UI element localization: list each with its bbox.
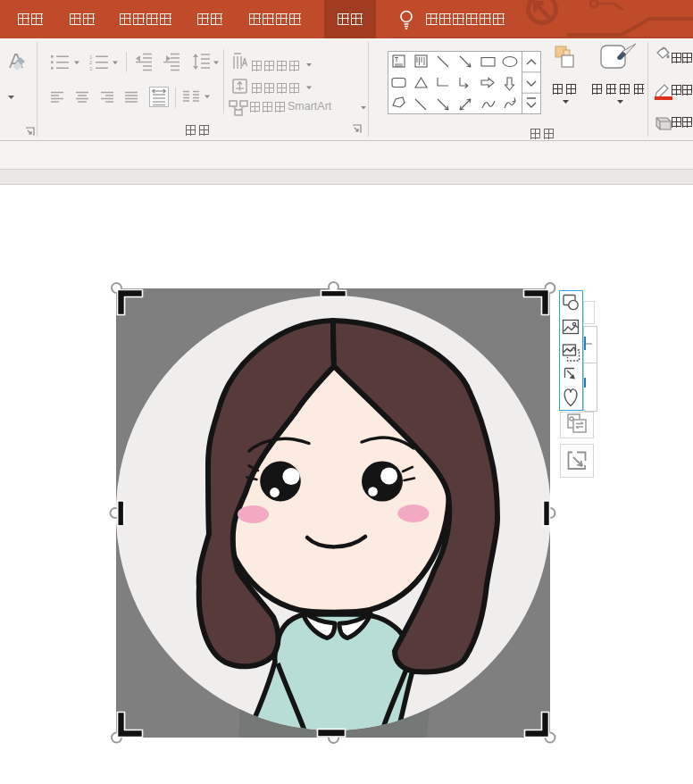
svg-text:2: 2 xyxy=(89,60,93,65)
svg-text:3: 3 xyxy=(89,66,93,71)
svg-text:1: 1 xyxy=(89,54,93,60)
